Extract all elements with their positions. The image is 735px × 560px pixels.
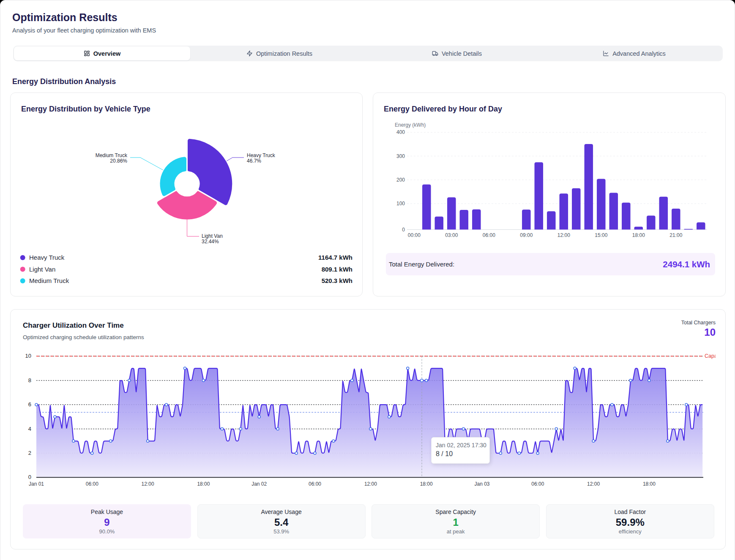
svg-text:8: 8	[28, 377, 31, 383]
svg-text:4: 4	[28, 426, 31, 432]
svg-text:21:00: 21:00	[669, 232, 682, 238]
svg-text:06:00: 06:00	[309, 481, 321, 487]
svg-text:10: 10	[25, 353, 31, 359]
svg-text:6: 6	[28, 401, 31, 408]
svg-text:0: 0	[402, 227, 405, 233]
svg-text:03:00: 03:00	[445, 232, 458, 238]
svg-text:200: 200	[396, 177, 405, 183]
svg-text:Jan 03: Jan 03	[474, 481, 489, 487]
svg-text:Capacity: Capacity	[705, 353, 716, 359]
svg-text:18:00: 18:00	[420, 481, 433, 487]
svg-text:12:00: 12:00	[557, 232, 570, 238]
svg-text:0: 0	[28, 474, 31, 480]
svg-text:12:00: 12:00	[587, 481, 600, 487]
svg-text:00:00: 00:00	[408, 232, 421, 238]
svg-text:15:00: 15:00	[595, 232, 607, 238]
svg-text:100: 100	[396, 201, 405, 207]
svg-text:18:00: 18:00	[197, 481, 210, 487]
svg-text:Energy (kWh): Energy (kWh)	[395, 122, 426, 128]
svg-text:Jan 02: Jan 02	[251, 481, 267, 487]
svg-text:300: 300	[396, 153, 405, 159]
svg-text:06:00: 06:00	[86, 481, 98, 487]
svg-text:18:00: 18:00	[632, 232, 645, 238]
svg-text:06:00: 06:00	[483, 232, 495, 238]
svg-text:2: 2	[28, 450, 31, 456]
svg-text:Jan 01: Jan 01	[29, 481, 44, 487]
svg-text:12:00: 12:00	[142, 481, 154, 487]
svg-text:09:00: 09:00	[520, 232, 533, 238]
svg-text:06:00: 06:00	[531, 481, 544, 487]
svg-text:400: 400	[396, 129, 405, 135]
svg-text:18:00: 18:00	[643, 481, 656, 487]
svg-text:12:00: 12:00	[364, 481, 377, 487]
